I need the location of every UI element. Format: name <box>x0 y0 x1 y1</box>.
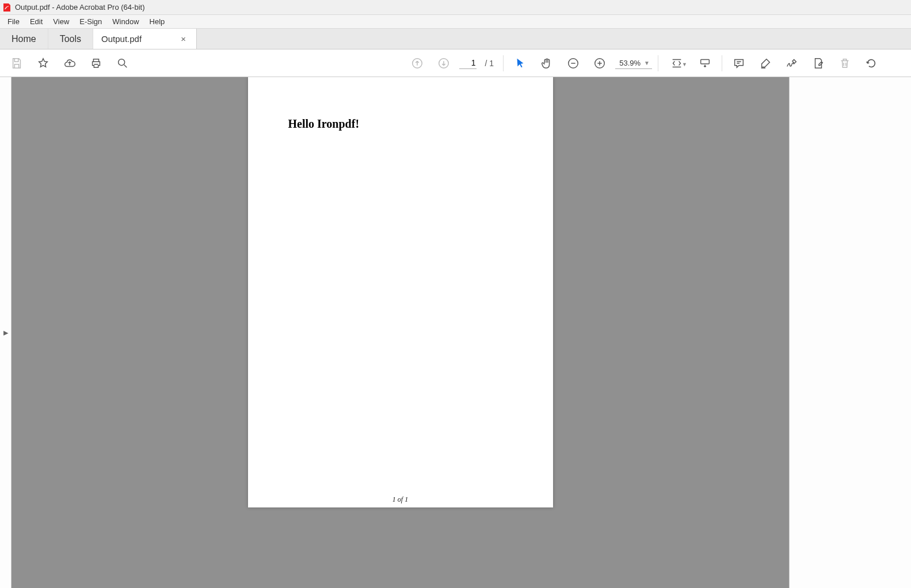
menu-bar: File Edit View E-Sign Window Help <box>0 15 911 29</box>
minus-circle-icon <box>567 57 580 70</box>
print-button[interactable] <box>85 52 107 74</box>
signature-icon <box>786 57 798 70</box>
fit-width-button[interactable]: ▼ <box>664 52 689 74</box>
toolbar-cursor-group: 53.9% ▼ <box>509 52 652 74</box>
star-button[interactable] <box>32 52 54 74</box>
svg-point-0 <box>119 59 125 65</box>
tabs-bar: Home Tools Output.pdf × <box>0 29 911 49</box>
pdf-page-footer: 1 of 1 <box>248 495 553 504</box>
tab-document-label: Output.pdf <box>101 34 142 44</box>
toolbar-separator <box>503 55 504 71</box>
window-title: Output.pdf - Adobe Acrobat Pro (64-bit) <box>15 3 144 12</box>
comment-icon <box>733 57 745 70</box>
menu-esign[interactable]: E-Sign <box>74 16 107 28</box>
content-area: ▶ Hello Ironpdf! 1 of 1 <box>0 77 911 588</box>
zoom-in-button[interactable] <box>589 52 611 74</box>
hand-icon <box>540 57 553 70</box>
share-cloud-button[interactable] <box>59 52 81 74</box>
page-number-input[interactable] <box>459 57 477 69</box>
pdf-page: Hello Ironpdf! 1 of 1 <box>248 77 553 507</box>
menu-view[interactable]: View <box>48 16 74 28</box>
cursor-icon <box>514 57 527 70</box>
tab-home[interactable]: Home <box>0 29 48 49</box>
search-icon <box>116 57 129 70</box>
right-tools-pane <box>789 77 911 588</box>
tab-close-button[interactable]: × <box>178 34 188 44</box>
sign-button[interactable] <box>781 52 803 74</box>
acrobat-icon <box>2 3 12 12</box>
arrow-down-circle-icon <box>437 57 450 70</box>
chevron-down-icon: ▼ <box>644 60 650 66</box>
toolbar-separator <box>658 55 658 71</box>
svg-rect-5 <box>701 59 710 63</box>
edit-page-icon <box>812 57 825 70</box>
tab-tools[interactable]: Tools <box>48 29 93 49</box>
main-toolbar: / 1 53.9% ▼ ▼ <box>0 49 911 77</box>
pdf-heading-text: Hello Ironpdf! <box>288 117 513 131</box>
save-icon <box>10 57 23 70</box>
navigation-pane-toggle[interactable]: ▶ <box>0 77 12 588</box>
print-icon <box>90 57 102 70</box>
save-button[interactable] <box>6 52 28 74</box>
highlight-button[interactable] <box>754 52 776 74</box>
delete-button[interactable] <box>834 52 856 74</box>
scroll-icon <box>699 57 711 70</box>
menu-help[interactable]: Help <box>144 16 170 28</box>
trash-icon <box>838 57 851 70</box>
toolbar-nav-group: / 1 <box>406 52 497 74</box>
zoom-out-button[interactable] <box>562 52 584 74</box>
page-separator: / 1 <box>481 59 497 68</box>
zoom-level-dropdown[interactable]: 53.9% ▼ <box>615 58 652 69</box>
selection-tool-button[interactable] <box>509 52 531 74</box>
toolbar-left-group <box>6 52 134 74</box>
highlighter-icon <box>759 57 772 70</box>
rotate-icon <box>865 57 878 70</box>
rotate-button[interactable] <box>860 52 882 74</box>
toolbar-annot-group <box>728 52 882 74</box>
chevron-down-icon: ▼ <box>682 62 687 67</box>
page-up-button[interactable] <box>406 52 428 74</box>
page-down-button[interactable] <box>433 52 455 74</box>
menu-edit[interactable]: Edit <box>25 16 48 28</box>
hand-tool-button[interactable] <box>536 52 558 74</box>
document-viewport[interactable]: Hello Ironpdf! 1 of 1 <box>12 77 789 588</box>
cloud-upload-icon <box>63 57 76 70</box>
chevron-right-icon: ▶ <box>3 329 8 337</box>
comment-button[interactable] <box>728 52 750 74</box>
toolbar-fit-group: ▼ <box>664 52 716 74</box>
edit-pdf-button[interactable] <box>807 52 829 74</box>
tab-document[interactable]: Output.pdf × <box>93 29 197 49</box>
zoom-value: 53.9% <box>619 59 641 67</box>
arrow-up-circle-icon <box>411 57 424 70</box>
window-titlebar: Output.pdf - Adobe Acrobat Pro (64-bit) <box>0 0 911 15</box>
plus-circle-icon <box>593 57 606 70</box>
menu-window[interactable]: Window <box>107 16 144 28</box>
read-mode-button[interactable] <box>694 52 716 74</box>
star-icon <box>37 57 49 70</box>
page-total-value: 1 <box>489 59 494 68</box>
find-button[interactable] <box>112 52 134 74</box>
fit-width-icon <box>670 57 683 70</box>
toolbar-separator <box>722 55 722 71</box>
menu-file[interactable]: File <box>2 16 25 28</box>
